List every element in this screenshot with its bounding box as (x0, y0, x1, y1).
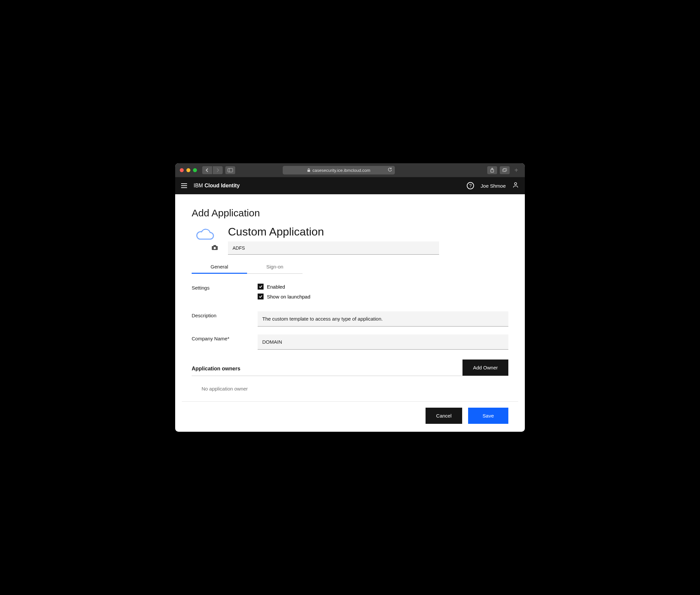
window-controls (180, 168, 197, 172)
settings-field: Enabled Show on launchpad (258, 284, 508, 304)
settings-row: Settings Enabled Show on launchpad (192, 284, 508, 304)
svg-point-6 (514, 183, 517, 185)
form-area: Settings Enabled Show on launchpad (192, 284, 508, 401)
header-right: ? Joe Shmoe (467, 182, 519, 190)
description-row: Description (192, 311, 508, 327)
enabled-label: Enabled (267, 284, 285, 290)
svg-point-9 (214, 247, 216, 249)
minimize-window-icon[interactable] (186, 168, 190, 172)
nav-buttons (202, 166, 223, 174)
tabs: General Sign-on (192, 260, 508, 274)
camera-icon[interactable] (212, 245, 218, 252)
svg-rect-4 (503, 169, 506, 172)
cloud-icon (196, 229, 214, 243)
enabled-checkbox[interactable]: Enabled (258, 284, 508, 290)
user-name[interactable]: Joe Shmoe (481, 183, 506, 189)
footer: Cancel Save (182, 401, 518, 432)
company-input[interactable] (258, 335, 508, 349)
owners-title: Application owners (192, 366, 241, 376)
company-label: Company Name* (192, 335, 258, 349)
cancel-button[interactable]: Cancel (425, 408, 462, 424)
checkbox-checked-icon (258, 284, 263, 290)
page-content: Add Application Custom Application Gener… (175, 194, 525, 432)
lock-icon (307, 168, 310, 172)
svg-rect-0 (228, 169, 233, 172)
app-name-input[interactable] (228, 242, 439, 255)
back-button[interactable] (202, 166, 212, 174)
page-title: Add Application (192, 207, 508, 219)
app-header: IBM Cloud Identity ? Joe Shmoe (175, 177, 525, 194)
app-icon-column (192, 225, 218, 252)
owners-header: Application owners Add Owner (192, 360, 508, 376)
tabs-icon[interactable] (500, 166, 510, 174)
maximize-window-icon[interactable] (193, 168, 197, 172)
user-icon[interactable] (512, 182, 519, 190)
checkbox-checked-icon (258, 293, 263, 300)
svg-rect-8 (214, 245, 216, 246)
app-header-row: Custom Application (192, 225, 508, 255)
brand-name: Cloud Identity (204, 183, 240, 188)
description-input[interactable] (258, 311, 508, 327)
sidebar-toggle-icon[interactable] (225, 166, 235, 174)
tab-sign-on[interactable]: Sign-on (247, 260, 303, 274)
settings-label: Settings (192, 284, 258, 304)
browser-window: casesecurity.ice.ibmcloud.com + IBM Clou… (175, 163, 525, 432)
description-label: Description (192, 311, 258, 327)
no-owner-text: No application owner (192, 376, 508, 401)
brand: IBM Cloud Identity (194, 183, 240, 189)
app-main-column: Custom Application (228, 225, 508, 255)
tab-general[interactable]: General (192, 260, 247, 274)
brand-prefix: IBM (194, 183, 204, 188)
close-window-icon[interactable] (180, 168, 184, 172)
share-icon[interactable] (487, 166, 497, 174)
forward-button[interactable] (213, 166, 223, 174)
save-button[interactable]: Save (468, 408, 508, 424)
new-tab-icon[interactable]: + (512, 167, 520, 174)
help-icon[interactable]: ? (467, 182, 474, 189)
launchpad-label: Show on launchpad (267, 294, 310, 300)
launchpad-checkbox[interactable]: Show on launchpad (258, 293, 508, 300)
add-owner-button[interactable]: Add Owner (463, 360, 508, 376)
reload-icon[interactable] (388, 168, 392, 173)
url-text: casesecurity.ice.ibmcloud.com (312, 168, 370, 173)
address-bar[interactable]: casesecurity.ice.ibmcloud.com (283, 166, 395, 174)
browser-titlebar: casesecurity.ice.ibmcloud.com + (175, 163, 525, 177)
titlebar-right: + (487, 166, 520, 174)
menu-icon[interactable] (181, 183, 187, 188)
app-heading: Custom Application (228, 225, 508, 238)
company-row: Company Name* (192, 335, 508, 349)
svg-rect-2 (307, 170, 310, 172)
svg-rect-5 (503, 169, 507, 171)
